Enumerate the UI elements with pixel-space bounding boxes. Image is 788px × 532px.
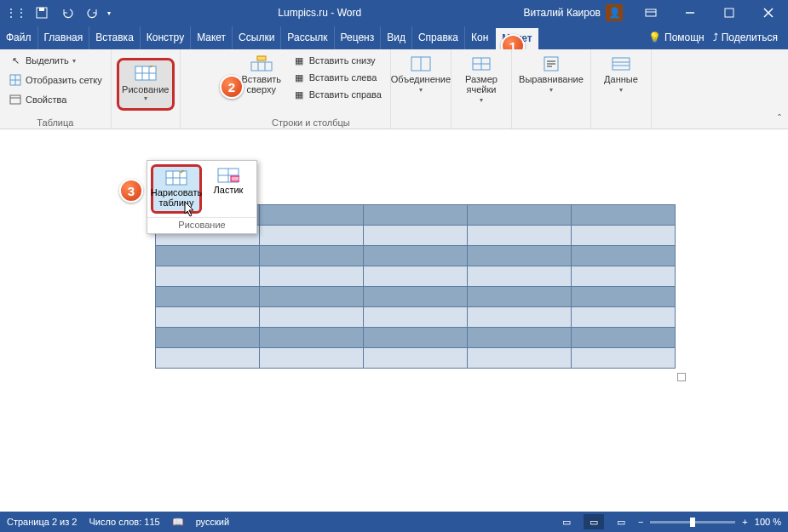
- user-account[interactable]: Виталий Каиров 👤: [523, 4, 631, 21]
- ribbon-group-cellsize: Размер ячейки▾: [452, 49, 512, 129]
- print-layout-button[interactable]: ▭: [584, 514, 604, 529]
- svg-rect-2: [646, 9, 656, 16]
- ribbon-tabs: Файл Главная Вставка Констру Макет Ссылк…: [0, 26, 788, 49]
- svg-rect-11: [10, 95, 20, 104]
- zoom-in-button[interactable]: +: [742, 517, 747, 527]
- alignment-icon: [538, 55, 565, 72]
- table-row: [156, 328, 676, 348]
- merge-icon: [407, 55, 434, 72]
- tab-table-design[interactable]: Кон: [465, 26, 494, 49]
- read-mode-button[interactable]: ▭: [556, 514, 577, 529]
- web-layout-button[interactable]: ▭: [611, 514, 631, 529]
- ribbon-group-data: Данные▾: [591, 49, 652, 129]
- callout-2: 2: [220, 75, 244, 99]
- svg-rect-42: [231, 176, 239, 181]
- svg-rect-31: [613, 58, 630, 70]
- control-menu-icon[interactable]: ⋮⋮: [5, 2, 27, 24]
- user-avatar: 👤: [606, 4, 623, 21]
- insert-left-icon: ▦: [292, 71, 306, 84]
- svg-rect-1: [39, 8, 44, 11]
- merge-button[interactable]: Объединение▾: [396, 52, 446, 116]
- drawing-popup: Нарисовать таблицу Ластик Рисование: [147, 160, 257, 234]
- undo-icon[interactable]: [56, 2, 78, 24]
- share-button[interactable]: ⤴Поделиться: [713, 31, 778, 43]
- properties-icon: [9, 93, 22, 106]
- alignment-button[interactable]: Выравнивание▾: [517, 52, 585, 116]
- tab-view[interactable]: Вид: [381, 26, 412, 49]
- data-button[interactable]: Данные▾: [596, 52, 646, 116]
- ribbon-group-drawing: Рисование ▾: [112, 49, 181, 129]
- ribbon: ↖Выделить▾ Отобразить сетку Свойства Таб…: [0, 49, 788, 129]
- title-bar: ⋮⋮ ▾ Lumpics.ru - Word Виталий Каиров 👤: [0, 0, 788, 26]
- table-row: [156, 246, 676, 266]
- select-button[interactable]: ↖Выделить▾: [5, 52, 106, 69]
- ribbon-mode-icon[interactable]: [631, 0, 670, 26]
- lightbulb-icon: 💡: [648, 31, 661, 43]
- ribbon-group-merge: Объединение▾: [391, 49, 452, 129]
- collapse-ribbon-icon[interactable]: ˆ: [778, 113, 781, 125]
- tab-review[interactable]: Реценз: [335, 26, 382, 49]
- properties-button[interactable]: Свойства: [5, 91, 106, 108]
- table-row: [156, 307, 676, 328]
- tab-file[interactable]: Файл: [0, 26, 38, 49]
- redo-icon[interactable]: [82, 2, 104, 24]
- share-icon: ⤴: [713, 31, 718, 43]
- spellcheck-icon[interactable]: 📖: [172, 517, 184, 528]
- drawing-dropdown-button[interactable]: Рисование ▾: [117, 58, 175, 111]
- language-indicator[interactable]: русский: [196, 517, 229, 527]
- popup-group-label: Рисование: [147, 217, 256, 232]
- user-name: Виталий Каиров: [523, 7, 601, 19]
- group-label-table: Таблица: [5, 116, 106, 128]
- insert-right-button[interactable]: ▦Вставить справа: [289, 86, 385, 103]
- group-label-rows-cols: Строки и столбцы: [237, 116, 385, 128]
- table-row: [156, 287, 676, 307]
- tab-home[interactable]: Главная: [38, 26, 90, 49]
- eraser-item[interactable]: Ластик: [204, 164, 253, 214]
- tab-layout[interactable]: Макет: [191, 26, 233, 49]
- table-row: [156, 348, 676, 369]
- grid-icon: [9, 73, 22, 87]
- close-button[interactable]: [749, 0, 788, 26]
- zoom-slider[interactable]: [650, 521, 735, 523]
- svg-rect-5: [725, 9, 733, 17]
- eraser-icon: [217, 168, 239, 185]
- show-grid-button[interactable]: Отобразить сетку: [5, 72, 106, 89]
- document-area: [0, 129, 788, 512]
- ribbon-group-table: ↖Выделить▾ Отобразить сетку Свойства Таб…: [0, 49, 112, 129]
- status-bar: Страница 2 из 2 Число слов: 115 📖 русски…: [0, 512, 788, 532]
- insert-below-icon: ▦: [292, 54, 306, 67]
- draw-table-item[interactable]: Нарисовать таблицу: [151, 164, 202, 214]
- window-title: Lumpics.ru - Word: [116, 7, 523, 19]
- svg-rect-18: [251, 62, 272, 71]
- insert-above-icon: [248, 55, 275, 72]
- page-indicator[interactable]: Страница 2 из 2: [7, 517, 77, 527]
- data-icon: [607, 55, 635, 72]
- cursor-icon: ↖: [9, 54, 22, 67]
- insert-left-button[interactable]: ▦Вставить слева: [289, 69, 385, 86]
- tell-me[interactable]: 💡Помощн: [648, 31, 705, 43]
- draw-table-icon: [165, 170, 187, 187]
- table-row: [156, 266, 676, 287]
- insert-above-button[interactable]: Вставить сверху: [237, 52, 286, 116]
- tab-help[interactable]: Справка: [412, 26, 465, 49]
- tab-references[interactable]: Ссылки: [233, 26, 281, 49]
- callout-3: 3: [119, 179, 143, 203]
- minimize-button[interactable]: [670, 0, 710, 26]
- zoom-level[interactable]: 100 %: [755, 517, 781, 527]
- tab-mailings[interactable]: Рассылк: [281, 26, 334, 49]
- word-count[interactable]: Число слов: 115: [89, 517, 159, 527]
- ribbon-group-rows-cols: Вставить сверху ▦Вставить снизу ▦Вставит…: [232, 49, 391, 129]
- zoom-out-button[interactable]: −: [638, 517, 643, 527]
- cell-size-button[interactable]: Размер ячейки▾: [457, 52, 506, 116]
- maximize-button[interactable]: [710, 0, 749, 26]
- insert-right-icon: ▦: [292, 88, 306, 101]
- save-icon[interactable]: [31, 2, 53, 24]
- tab-insert[interactable]: Вставка: [89, 26, 141, 49]
- svg-rect-21: [257, 56, 266, 60]
- tab-design[interactable]: Констру: [141, 26, 191, 49]
- insert-below-button[interactable]: ▦Вставить снизу: [289, 52, 385, 69]
- table-resize-handle[interactable]: [677, 373, 686, 381]
- quick-access-toolbar: ⋮⋮ ▾: [0, 2, 116, 24]
- cell-size-icon: [468, 55, 495, 72]
- window-controls: [631, 0, 788, 26]
